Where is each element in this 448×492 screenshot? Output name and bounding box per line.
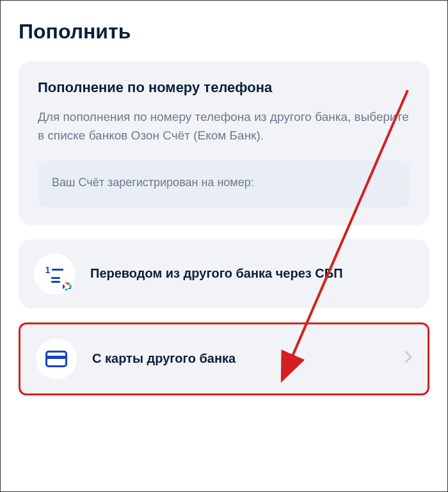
svg-marker-1 [63, 284, 65, 289]
svg-marker-4 [69, 284, 72, 287]
chevron-right-icon [404, 351, 412, 367]
sbp-transfer-option[interactable]: 1 Переводом из другого банка через СБП [19, 239, 429, 308]
card-icon [36, 338, 77, 379]
svg-marker-2 [64, 282, 67, 285]
sbp-icon: 1 [34, 253, 75, 294]
svg-marker-5 [67, 287, 72, 289]
phone-topup-card: Пополнение по номеру телефона Для пополн… [19, 61, 429, 225]
phone-info-text: Ваш Счёт зарегистрирован на номер: [52, 176, 254, 189]
svg-marker-6 [64, 289, 67, 291]
svg-marker-3 [67, 282, 70, 285]
phone-topup-description: Для пополнения по номеру телефона из дру… [38, 107, 410, 145]
sbp-logo-icon [61, 280, 74, 293]
phone-topup-title: Пополнение по номеру телефона [38, 79, 410, 96]
card-option-label: С карты другого банка [92, 350, 399, 367]
sbp-option-label: Переводом из другого банка через СБП [90, 265, 414, 282]
other-bank-card-option[interactable]: С карты другого банка [19, 322, 429, 395]
phone-info-box: Ваш Счёт зарегистрирован на номер: [38, 161, 410, 207]
page-title: Пополнить [19, 20, 429, 44]
svg-rect-8 [46, 356, 67, 359]
